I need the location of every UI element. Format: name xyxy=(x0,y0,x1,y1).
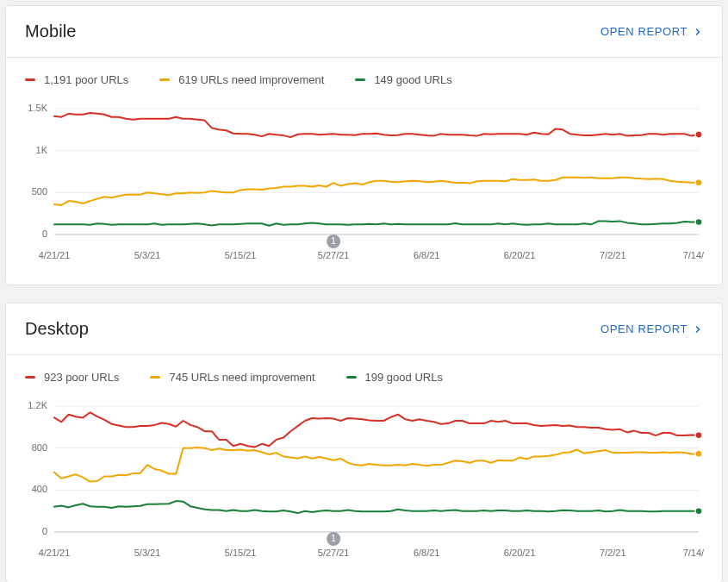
chevron-right-icon xyxy=(693,27,703,37)
swatch-improve-icon xyxy=(159,78,170,81)
open-report-button-desktop[interactable]: OPEN REPORT xyxy=(600,322,703,335)
svg-text:6/8/21: 6/8/21 xyxy=(414,250,440,260)
mobile-card-head: Mobile OPEN REPORT xyxy=(6,6,722,57)
svg-text:5/15/21: 5/15/21 xyxy=(225,548,257,558)
svg-text:1.5K: 1.5K xyxy=(28,103,47,113)
desktop-card: Desktop OPEN REPORT 923 poor URLs 745 UR… xyxy=(5,303,723,582)
mobile-card-body: 1,191 poor URLs 619 URLs need improvemen… xyxy=(6,57,722,285)
legend-item-poor: 923 poor URLs xyxy=(25,371,119,384)
desktop-card-head: Desktop OPEN REPORT xyxy=(6,304,722,354)
legend-item-poor: 1,191 poor URLs xyxy=(25,73,128,86)
mobile-card-title: Mobile xyxy=(25,22,77,41)
svg-text:7/2/21: 7/2/21 xyxy=(600,250,626,260)
swatch-good-icon xyxy=(346,376,357,379)
desktop-legend: 923 poor URLs 745 URLs need improvement … xyxy=(25,371,703,392)
desktop-card-title: Desktop xyxy=(25,319,89,339)
legend-item-good: 149 good URLs xyxy=(355,73,451,86)
legend-label-poor: 923 poor URLs xyxy=(44,371,119,384)
svg-text:400: 400 xyxy=(32,484,47,494)
svg-text:7/2/21: 7/2/21 xyxy=(600,548,626,558)
legend-label-improve: 745 URLs need improvement xyxy=(169,371,314,384)
svg-text:0: 0 xyxy=(42,228,47,239)
legend-label-improve: 619 URLs need improvement xyxy=(178,73,324,86)
open-report-button-mobile[interactable]: OPEN REPORT xyxy=(600,25,703,38)
desktop-chart: 04008001.2K14/21/215/3/215/15/215/27/216… xyxy=(25,392,703,565)
svg-text:5/27/21: 5/27/21 xyxy=(318,250,350,260)
mobile-legend: 1,191 poor URLs 619 URLs need improvemen… xyxy=(25,73,703,95)
svg-point-30 xyxy=(695,450,702,457)
swatch-good-icon xyxy=(355,78,365,81)
desktop-card-body: 923 poor URLs 745 URLs need improvement … xyxy=(6,354,722,582)
svg-point-9 xyxy=(695,179,702,186)
svg-text:4/21/21: 4/21/21 xyxy=(39,548,71,558)
legend-item-improve: 619 URLs need improvement xyxy=(159,73,324,86)
mobile-card: Mobile OPEN REPORT 1,191 poor URLs 619 U… xyxy=(5,5,723,285)
swatch-poor-icon xyxy=(25,78,35,81)
legend-item-good: 199 good URLs xyxy=(346,371,443,384)
svg-text:1: 1 xyxy=(331,534,336,543)
legend-label-good: 149 good URLs xyxy=(374,73,451,86)
svg-text:1.2K: 1.2K xyxy=(28,401,47,410)
svg-text:6/20/21: 6/20/21 xyxy=(504,548,536,558)
svg-text:5/3/21: 5/3/21 xyxy=(134,250,161,260)
svg-text:4/21/21: 4/21/21 xyxy=(39,250,71,260)
legend-label-good: 199 good URLs xyxy=(365,371,443,384)
chevron-right-icon xyxy=(693,324,703,335)
swatch-poor-icon xyxy=(25,376,35,379)
svg-text:5/27/21: 5/27/21 xyxy=(318,548,350,558)
open-report-label: OPEN REPORT xyxy=(600,322,688,335)
svg-text:800: 800 xyxy=(32,442,47,453)
svg-text:5/15/21: 5/15/21 xyxy=(225,250,257,260)
svg-text:0: 0 xyxy=(42,526,47,536)
svg-text:6/20/21: 6/20/21 xyxy=(504,250,536,260)
legend-label-poor: 1,191 poor URLs xyxy=(44,73,128,86)
svg-text:7/14/21: 7/14/21 xyxy=(683,548,704,558)
svg-point-29 xyxy=(695,432,702,439)
svg-text:7/14/21: 7/14/21 xyxy=(683,250,704,260)
mobile-chart: 05001K1.5K14/21/215/3/215/15/215/27/216/… xyxy=(25,95,703,267)
svg-text:1: 1 xyxy=(331,236,336,246)
svg-point-31 xyxy=(695,508,702,515)
legend-item-improve: 745 URLs need improvement xyxy=(150,371,314,384)
open-report-label: OPEN REPORT xyxy=(600,25,688,38)
svg-point-8 xyxy=(695,131,702,138)
svg-point-10 xyxy=(695,218,702,225)
svg-text:1K: 1K xyxy=(36,145,48,155)
svg-text:5/3/21: 5/3/21 xyxy=(134,548,161,558)
svg-text:500: 500 xyxy=(32,186,47,197)
swatch-improve-icon xyxy=(150,376,160,379)
svg-text:6/8/21: 6/8/21 xyxy=(414,548,440,558)
